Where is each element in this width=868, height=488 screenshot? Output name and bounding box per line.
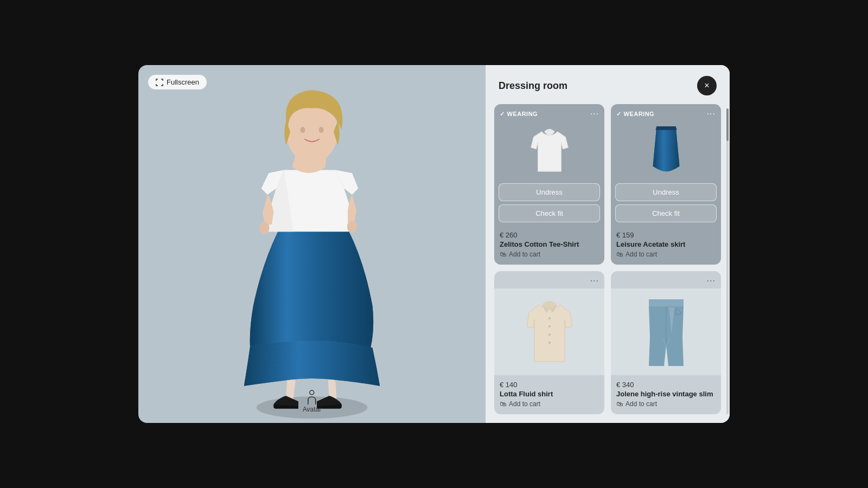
thumbnail-tee bbox=[494, 121, 604, 179]
add-to-cart-label-jeans: Add to cart bbox=[626, 400, 657, 408]
fullscreen-label: Fullscreen bbox=[167, 78, 199, 86]
item-price-tee: € 260 bbox=[500, 231, 599, 239]
svg-point-11 bbox=[548, 333, 551, 336]
item-info-shirt: € 140 Lotta Fluid shirt 🛍 Add to cart bbox=[494, 375, 604, 414]
item-price-skirt: € 159 bbox=[616, 231, 716, 239]
item-info-jeans: € 340 Jolene high-rise vintage slim 🛍 Ad… bbox=[611, 375, 721, 414]
cart-icon-skirt: 🛍 bbox=[616, 251, 623, 258]
add-to-cart-shirt[interactable]: 🛍 Add to cart bbox=[500, 400, 540, 408]
menu-button-skirt[interactable]: ··· bbox=[707, 110, 716, 118]
avatar-text: Avatar bbox=[303, 406, 321, 413]
svg-point-9 bbox=[548, 317, 551, 319]
item-actions-tee: Undress Check fit bbox=[494, 179, 604, 227]
item-price-jeans: € 340 bbox=[616, 381, 716, 389]
menu-button-jeans[interactable]: ··· bbox=[707, 277, 716, 285]
avatar-image bbox=[138, 65, 486, 423]
undress-button-skirt[interactable]: Undress bbox=[615, 183, 717, 201]
item-card-skirt: ✓ WEARING ··· bbox=[611, 104, 721, 265]
item-info-skirt: € 159 Leisure Acetate skirt 🛍 Add to car… bbox=[611, 227, 721, 265]
item-card-tee: ✓ WEARING ··· Undress Check fit bbox=[494, 104, 604, 265]
add-to-cart-label-tee: Add to cart bbox=[509, 251, 540, 258]
undress-button-tee[interactable]: Undress bbox=[499, 183, 600, 201]
skirt-svg bbox=[644, 124, 688, 177]
svg-point-5 bbox=[347, 221, 357, 233]
item-card-shirt: ··· bbox=[494, 271, 604, 414]
wearing-check-tee: ✓ bbox=[500, 111, 505, 118]
close-button[interactable]: × bbox=[697, 76, 717, 95]
items-grid: ✓ WEARING ··· Undress Check fit bbox=[486, 104, 730, 423]
tee-svg bbox=[528, 124, 571, 177]
svg-point-10 bbox=[548, 325, 551, 328]
check-fit-button-tee[interactable]: Check fit bbox=[499, 204, 600, 222]
right-header: Dressing room × bbox=[486, 65, 730, 104]
item-card-top-shirt: ··· bbox=[494, 271, 604, 288]
thumbnail-jeans bbox=[611, 288, 721, 375]
avatar-panel: Fullscreen bbox=[138, 65, 486, 423]
scrollbar-track bbox=[726, 108, 729, 414]
svg-point-12 bbox=[548, 342, 551, 344]
item-name-jeans: Jolene high-rise vintage slim bbox=[616, 390, 716, 398]
shirt-svg bbox=[522, 297, 577, 367]
check-fit-button-skirt[interactable]: Check fit bbox=[615, 204, 717, 222]
thumbnail-skirt bbox=[611, 121, 721, 179]
cart-icon-shirt: 🛍 bbox=[500, 400, 506, 408]
add-to-cart-jeans[interactable]: 🛍 Add to cart bbox=[616, 400, 657, 408]
item-name-skirt: Leisure Acetate skirt bbox=[616, 240, 716, 248]
menu-button-shirt[interactable]: ··· bbox=[590, 277, 599, 285]
cart-icon-tee: 🛍 bbox=[500, 251, 506, 258]
add-to-cart-skirt[interactable]: 🛍 Add to cart bbox=[616, 251, 657, 258]
fullscreen-icon bbox=[156, 79, 163, 86]
avatar-label-container: Avatar bbox=[303, 389, 321, 413]
item-card-jeans: ··· bbox=[611, 271, 721, 414]
wearing-label-skirt: WEARING bbox=[624, 111, 655, 117]
item-name-shirt: Lotta Fluid shirt bbox=[500, 390, 599, 398]
jeans-svg bbox=[639, 297, 693, 367]
wearing-badge-skirt: ✓ WEARING bbox=[616, 111, 654, 118]
thumbnail-shirt bbox=[494, 288, 604, 375]
dressing-room-modal: Fullscreen bbox=[138, 65, 730, 423]
item-info-tee: € 260 Zelitos Cotton Tee-Shirt 🛍 Add to … bbox=[494, 227, 604, 265]
svg-point-3 bbox=[319, 127, 324, 133]
add-to-cart-label-skirt: Add to cart bbox=[626, 251, 657, 258]
wearing-label-tee: WEARING bbox=[507, 111, 538, 117]
cart-icon-jeans: 🛍 bbox=[616, 400, 623, 408]
item-actions-skirt: Undress Check fit bbox=[611, 179, 721, 227]
item-card-top-skirt: ✓ WEARING ··· bbox=[611, 104, 721, 121]
wearing-check-skirt: ✓ bbox=[616, 111, 622, 118]
add-to-cart-label-shirt: Add to cart bbox=[509, 400, 540, 408]
fullscreen-button[interactable]: Fullscreen bbox=[148, 75, 207, 89]
svg-point-4 bbox=[259, 222, 269, 234]
svg-point-6 bbox=[310, 390, 314, 395]
item-card-top-tee: ✓ WEARING ··· bbox=[494, 104, 604, 121]
dressing-room-title: Dressing room bbox=[499, 80, 567, 92]
right-panel: Dressing room × ✓ WEARING ··· bbox=[486, 65, 730, 423]
wearing-badge-tee: ✓ WEARING bbox=[500, 111, 538, 118]
menu-button-tee[interactable]: ··· bbox=[590, 110, 599, 118]
item-name-tee: Zelitos Cotton Tee-Shirt bbox=[500, 240, 599, 248]
close-icon: × bbox=[704, 81, 709, 91]
avatar-icon bbox=[307, 389, 317, 404]
item-price-shirt: € 140 bbox=[500, 381, 599, 389]
item-card-top-jeans: ··· bbox=[611, 271, 721, 288]
add-to-cart-tee[interactable]: 🛍 Add to cart bbox=[500, 251, 540, 258]
scrollbar-thumb[interactable] bbox=[726, 108, 729, 141]
svg-point-2 bbox=[300, 127, 305, 133]
